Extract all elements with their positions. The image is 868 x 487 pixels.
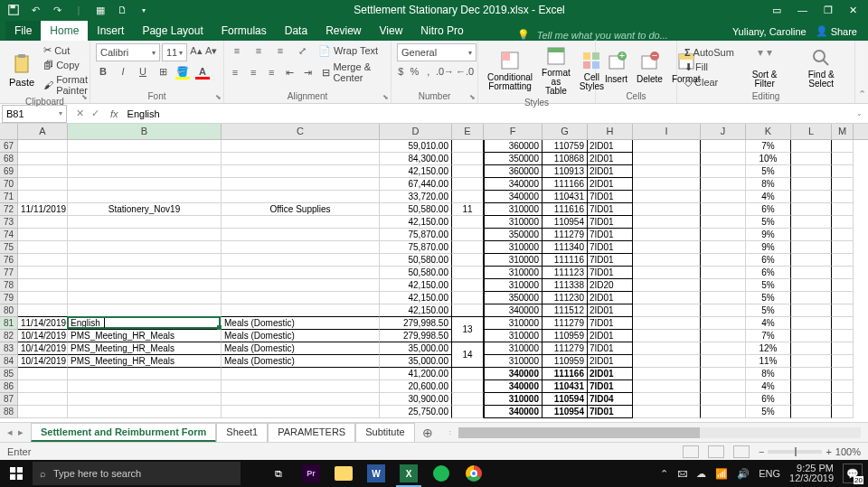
cell[interactable] (791, 355, 832, 368)
row-header[interactable]: 73 (0, 216, 18, 229)
cell[interactable] (452, 165, 484, 178)
cell[interactable]: 75,870.00 (380, 241, 452, 254)
cell[interactable] (701, 330, 746, 342)
task-view-icon[interactable]: ⧉ (262, 460, 295, 487)
cell[interactable] (68, 304, 222, 317)
col-header-A[interactable]: A (18, 124, 68, 139)
cell[interactable]: 111512 (542, 304, 588, 317)
col-header-G[interactable]: G (542, 124, 588, 139)
row-header[interactable]: 71 (0, 191, 18, 203)
insert-cells-button[interactable]: +Insert (601, 49, 631, 86)
cell[interactable]: 111338 (542, 279, 588, 292)
cell[interactable]: 5% (746, 216, 791, 229)
col-header-H[interactable]: H (588, 124, 633, 139)
cell[interactable]: 360000 (484, 165, 542, 178)
cell[interactable]: 30,900.00 (380, 393, 452, 406)
cell[interactable]: 2ID01 (588, 140, 633, 153)
cell[interactable] (832, 203, 854, 216)
tab-file[interactable]: File (5, 21, 41, 41)
cell[interactable] (701, 178, 746, 191)
cell[interactable]: 50,580.00 (380, 254, 452, 267)
cell[interactable]: 2ID01 (588, 330, 633, 342)
cell[interactable]: 111279 (542, 317, 588, 330)
excel-icon[interactable]: X (392, 460, 425, 487)
sheet-tab[interactable]: Subtitute (355, 423, 414, 442)
cell[interactable]: 25,750.00 (380, 406, 452, 418)
cell[interactable] (701, 342, 746, 355)
user-name[interactable]: Yuliany, Caroline (732, 26, 807, 37)
row-header[interactable]: 68 (0, 153, 18, 165)
cell[interactable] (701, 153, 746, 165)
cell[interactable]: 310000 (484, 216, 542, 229)
tray-cloud-icon[interactable]: ☁ (696, 468, 706, 480)
cell[interactable]: 340000 (484, 368, 542, 380)
premiere-icon[interactable]: Pr (295, 460, 327, 487)
cell[interactable] (68, 153, 222, 165)
col-header-L[interactable]: L (791, 124, 832, 139)
cell[interactable] (701, 216, 746, 229)
cell[interactable] (222, 267, 380, 279)
cell[interactable] (832, 380, 854, 393)
undo-icon[interactable]: ↶ (29, 4, 42, 16)
conditional-formatting-button[interactable]: Conditional Formatting (484, 48, 536, 93)
cell[interactable]: 12% (746, 342, 791, 355)
cell[interactable] (68, 406, 222, 418)
increase-indent-icon[interactable]: ⇥ (302, 65, 313, 80)
cell[interactable]: 5% (746, 304, 791, 317)
cell[interactable]: 35,000.00 (380, 355, 452, 368)
cell[interactable]: 111279 (542, 342, 588, 355)
cell[interactable]: 42,150.00 (380, 279, 452, 292)
cut-button[interactable]: ✂Cut (42, 43, 90, 57)
cell[interactable] (633, 178, 701, 191)
cell[interactable]: 5% (746, 165, 791, 178)
tray-bluetooth-icon[interactable]: 🖂 (677, 468, 687, 479)
cell[interactable] (222, 241, 380, 254)
cell[interactable]: 5% (746, 279, 791, 292)
orientation-icon[interactable]: ⤢ (295, 43, 309, 58)
cell[interactable] (68, 140, 222, 153)
taskbar-search[interactable]: ⌕Type here to search (33, 462, 241, 485)
explorer-icon[interactable] (327, 460, 360, 487)
cell[interactable] (18, 165, 68, 178)
font-name-combo[interactable]: Calibri▾ (96, 43, 160, 61)
cell[interactable] (452, 178, 484, 191)
align-center-icon[interactable]: ≡ (248, 65, 259, 80)
cell[interactable] (222, 165, 380, 178)
col-header-D[interactable]: D (380, 124, 452, 139)
spotify-icon[interactable] (425, 460, 458, 487)
cell[interactable]: PMS_Meeting_HR_Meals (68, 355, 222, 368)
fill-color-icon[interactable]: 🪣 (175, 64, 190, 79)
cell[interactable]: 10/14/2019 (18, 342, 68, 355)
cell[interactable] (452, 216, 484, 229)
cell[interactable] (832, 330, 854, 342)
cell[interactable] (701, 203, 746, 216)
tab-view[interactable]: View (371, 21, 412, 41)
spreadsheet-grid[interactable]: ABCDEFGHIJKLM 6759,010.003600001107592ID… (0, 124, 868, 422)
cell[interactable] (701, 254, 746, 267)
qat-extra2-icon[interactable]: 🗋 (116, 4, 128, 16)
cell[interactable]: 2ID01 (588, 355, 633, 368)
cell[interactable]: 75,870.00 (380, 229, 452, 241)
cell[interactable]: 340000 (484, 304, 542, 317)
cell[interactable]: 84,300.00 (380, 153, 452, 165)
row-header[interactable]: 88 (0, 406, 18, 418)
cell[interactable] (68, 292, 222, 304)
cell[interactable] (832, 153, 854, 165)
cell[interactable] (701, 380, 746, 393)
cell[interactable] (832, 292, 854, 304)
clear-button[interactable]: ◇ Clear (683, 76, 736, 89)
cell[interactable] (452, 406, 484, 418)
comma-icon[interactable]: , (424, 64, 432, 79)
tray-clock[interactable]: 9:25 PM 12/3/2019 (789, 464, 834, 483)
cell[interactable]: 10% (746, 153, 791, 165)
decrease-indent-icon[interactable]: ⇤ (284, 65, 295, 80)
tab-data[interactable]: Data (276, 21, 316, 41)
cell[interactable]: 110959 (542, 330, 588, 342)
cell[interactable] (832, 279, 854, 292)
cell[interactable] (633, 279, 701, 292)
cell[interactable] (701, 317, 746, 330)
cell[interactable]: 110954 (542, 406, 588, 418)
underline-button[interactable]: U (136, 64, 150, 79)
cancel-edit-icon[interactable]: ✕ (76, 108, 84, 119)
tab-formulas[interactable]: Formulas (212, 21, 276, 41)
